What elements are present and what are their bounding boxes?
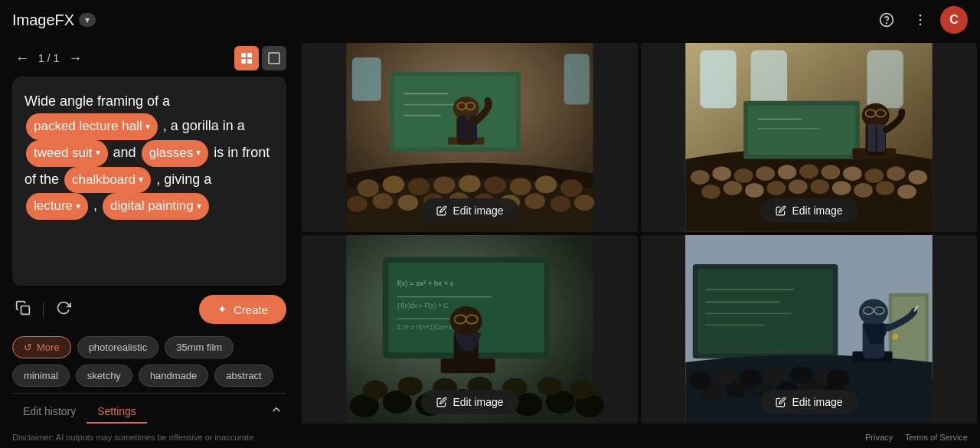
svg-rect-5 [241, 53, 246, 57]
action-row: ✦ Create [12, 286, 286, 330]
refresh-button[interactable] [53, 297, 74, 322]
topbar: ImageFX ▾ C [0, 0, 980, 40]
tag-packed-lecture-hall[interactable]: packed lecture hall ▾ [26, 113, 158, 140]
tab-settings[interactable]: Settings [87, 401, 147, 423]
chip-handmade[interactable]: handmade [139, 365, 208, 387]
svg-point-29 [550, 196, 571, 212]
tag-lecture[interactable]: lecture ▾ [26, 193, 88, 220]
svg-point-4 [920, 24, 922, 26]
footer: Disclaimer: AI outputs may sometimes be … [0, 427, 980, 448]
svg-point-61 [701, 185, 720, 199]
svg-point-115 [893, 333, 899, 339]
chip-abstract[interactable]: abstract [214, 365, 273, 387]
tag-glasses[interactable]: glasses ▾ [142, 140, 209, 167]
svg-point-64 [767, 181, 786, 195]
svg-point-19 [535, 175, 557, 193]
next-button[interactable]: → [65, 49, 85, 68]
svg-point-51 [712, 166, 731, 181]
svg-point-58 [865, 168, 884, 183]
prompt-area: Wide angle framing of a packed lecture h… [12, 77, 286, 286]
svg-point-109 [537, 376, 562, 395]
edit-icon-4 [775, 397, 786, 407]
tag-chalkboard[interactable]: chalkboard ▾ [64, 167, 151, 194]
svg-point-66 [810, 179, 829, 194]
single-view-button[interactable] [262, 46, 286, 70]
nav-arrows: ← 1 / 1 → [12, 49, 85, 68]
svg-point-110 [570, 380, 594, 399]
svg-point-62 [724, 181, 743, 195]
svg-point-105 [398, 376, 423, 395]
svg-point-63 [745, 183, 764, 198]
copy-button[interactable] [12, 297, 34, 322]
svg-point-70 [897, 185, 916, 199]
image-cell-2[interactable]: Edit image [641, 43, 977, 232]
svg-point-57 [843, 166, 862, 181]
action-left [12, 297, 74, 322]
chip-sketchy[interactable]: sketchy [76, 365, 132, 387]
app-logo: ImageFX ▾ [12, 11, 96, 29]
edit-image-button-1[interactable]: Edit image [420, 198, 518, 223]
nav-count: 1 / 1 [38, 52, 59, 64]
svg-text:f(x) = ax² + bx + c: f(x) = ax² + bx + c [397, 279, 454, 287]
svg-point-16 [459, 175, 480, 193]
svg-point-60 [908, 170, 927, 185]
svg-text:Σ n² = n(n+1)(2n+1)/6: Σ n² = n(n+1)(2n+1)/6 [397, 323, 460, 331]
privacy-link[interactable]: Privacy [865, 433, 893, 442]
svg-point-54 [778, 165, 797, 179]
svg-point-21 [347, 196, 368, 212]
prompt-between5: , [93, 198, 97, 213]
bottom-tabs: Edit history Settings [12, 393, 286, 427]
edit-image-button-4[interactable]: Edit image [760, 390, 858, 414]
svg-rect-48 [751, 50, 787, 108]
chip-more[interactable]: ↺ More [12, 336, 71, 358]
prompt-and: and [113, 145, 136, 160]
user-avatar[interactable]: C [940, 6, 968, 34]
app-badge[interactable]: ▾ [79, 13, 96, 27]
svg-point-3 [920, 19, 922, 21]
svg-point-12 [358, 179, 379, 197]
footer-links: Privacy Terms of Service [865, 433, 968, 442]
svg-rect-9 [269, 53, 279, 64]
tab-edit-history[interactable]: Edit history [12, 401, 87, 423]
svg-point-55 [799, 164, 818, 178]
refresh-icon: ↺ [24, 342, 32, 353]
terms-link[interactable]: Terms of Service [905, 433, 968, 442]
tag-digital-painting[interactable]: digital painting ▾ [103, 193, 209, 220]
svg-point-30 [574, 195, 595, 211]
svg-rect-39 [459, 116, 466, 141]
svg-rect-6 [247, 53, 252, 57]
edit-image-button-3[interactable]: Edit image [420, 390, 518, 414]
svg-point-56 [822, 165, 841, 179]
tab-expand-button[interactable] [266, 400, 286, 423]
svg-rect-10 [21, 306, 30, 314]
svg-rect-47 [700, 50, 736, 108]
svg-rect-49 [867, 50, 903, 108]
svg-point-18 [510, 178, 531, 195]
view-toggle [234, 46, 286, 70]
prev-button[interactable]: ← [12, 49, 32, 68]
svg-point-13 [383, 175, 404, 193]
more-options-button[interactable] [906, 6, 934, 34]
svg-point-59 [887, 166, 906, 181]
help-button[interactable] [873, 6, 900, 34]
edit-image-button-2[interactable]: Edit image [760, 198, 858, 223]
app-name: ImageFX [12, 11, 74, 29]
image-cell-1[interactable]: Edit image [302, 43, 638, 232]
svg-point-22 [372, 193, 393, 209]
chip-35mm-film[interactable]: 35mm film [165, 336, 234, 358]
image-cell-3[interactable]: f(x) = ax² + bx + c ∫ f(x)dx = F(x) + C … [302, 235, 638, 424]
left-panel: ← 1 / 1 → [0, 40, 299, 427]
svg-point-69 [876, 181, 895, 195]
grid-view-button[interactable] [234, 46, 259, 70]
prompt-prefix: Wide angle framing of a [24, 93, 170, 109]
image-cell-4[interactable]: Edit image [641, 235, 977, 424]
svg-point-50 [691, 170, 710, 185]
chip-photorealistic[interactable]: photorealistic [77, 336, 159, 358]
tag-tweed-suit[interactable]: tweed suit ▾ [26, 140, 108, 167]
svg-text:∫ f(x)dx = F(x) + C: ∫ f(x)dx = F(x) + C [397, 301, 449, 309]
chip-minimal[interactable]: minimal [12, 365, 70, 387]
create-button[interactable]: ✦ Create [199, 295, 286, 324]
svg-point-15 [433, 176, 455, 194]
tabs-left: Edit history Settings [12, 401, 147, 423]
svg-rect-72 [748, 106, 855, 155]
